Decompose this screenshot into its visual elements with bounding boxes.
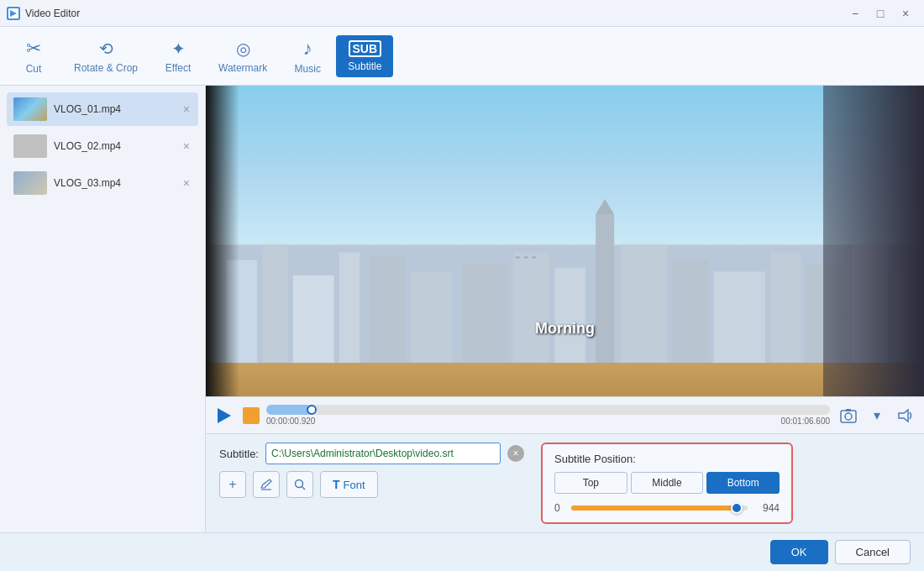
- svg-line-30: [302, 487, 306, 490]
- time-start: 00:00:00.920: [266, 416, 315, 426]
- subtitle-row: Subtitle: ×: [219, 443, 524, 464]
- sidebar: VLOG_01.mp4 × VLOG_02.mp4 × VLOG_03.mp4 …: [0, 86, 206, 532]
- curtain-right: [823, 86, 924, 396]
- controls-bar: 00:00:00.920 00:01:06.600 ▾: [206, 396, 924, 433]
- stop-button[interactable]: [243, 407, 260, 424]
- svg-rect-11: [462, 264, 508, 367]
- slider-max-label: 944: [754, 502, 780, 514]
- svg-rect-24: [841, 411, 856, 422]
- font-label: Font: [344, 479, 365, 491]
- timeline-container: 00:00:00.920 00:01:06.600: [266, 405, 830, 426]
- svg-rect-12: [411, 271, 452, 367]
- timeline-progress: [266, 405, 312, 415]
- sidebar-item-vlog01[interactable]: VLOG_01.mp4 ×: [7, 92, 198, 126]
- cancel-button[interactable]: Cancel: [835, 540, 911, 564]
- svg-rect-10: [554, 268, 585, 367]
- toolbar-watermark[interactable]: ◎ Watermark: [207, 34, 279, 79]
- slider-thumb[interactable]: [731, 502, 743, 514]
- position-panel: Subtitle Position: Top Middle Bottom 0 9…: [541, 443, 793, 524]
- filename-vlog03: VLOG_03.mp4: [54, 177, 175, 189]
- timeline-track[interactable]: [266, 405, 830, 415]
- position-bottom-button[interactable]: Bottom: [706, 472, 780, 494]
- rotate-icon: ⟲: [99, 39, 113, 59]
- toolbar-rotate-crop[interactable]: ⟲ Rotate & Crop: [62, 34, 150, 79]
- subtitle-section: Subtitle: × + T Fo: [219, 443, 524, 498]
- sidebar-item-vlog02[interactable]: VLOG_02.mp4 ×: [7, 129, 198, 163]
- svg-rect-9: [513, 253, 549, 367]
- video-canvas: Morning: [206, 86, 924, 396]
- right-controls: ▾: [837, 404, 917, 427]
- bottom-panel: Subtitle: × + T Fo: [206, 433, 924, 532]
- font-button[interactable]: T Font: [320, 471, 378, 498]
- video-subtitle-overlay: Morning: [535, 320, 595, 338]
- position-top-button[interactable]: Top: [554, 472, 627, 494]
- window-controls: − □ ×: [843, 4, 917, 23]
- svg-point-29: [296, 480, 303, 488]
- subtitle-label: Subtitle:: [219, 448, 259, 460]
- minimize-button[interactable]: −: [843, 4, 867, 23]
- svg-point-25: [845, 413, 852, 420]
- app-icon: [7, 7, 20, 20]
- settings-button[interactable]: ▾: [865, 404, 889, 427]
- svg-rect-14: [622, 245, 668, 367]
- svg-rect-26: [846, 409, 851, 411]
- edit-subtitle-button[interactable]: [253, 471, 280, 498]
- main-container: ✂ Cut ⟲ Rotate & Crop ✦ Effect ◎ Waterma…: [0, 27, 924, 571]
- toolbar-watermark-label: Watermark: [218, 62, 267, 74]
- close-vlog02[interactable]: ×: [181, 138, 192, 155]
- position-buttons: Top Middle Bottom: [554, 472, 780, 494]
- volume-button[interactable]: [894, 404, 917, 427]
- ground: [206, 363, 924, 396]
- snapshot-button[interactable]: [837, 404, 860, 427]
- toolbar: ✂ Cut ⟲ Rotate & Crop ✦ Effect ◎ Waterma…: [0, 27, 924, 86]
- close-vlog01[interactable]: ×: [181, 101, 192, 118]
- city-silhouette: [206, 199, 924, 367]
- music-icon: ♪: [303, 38, 312, 60]
- toolbar-cut[interactable]: ✂ Cut: [8, 33, 59, 80]
- cut-icon: ✂: [26, 38, 41, 60]
- svg-rect-6: [339, 253, 360, 367]
- add-subtitle-button[interactable]: +: [219, 471, 246, 498]
- ok-button[interactable]: OK: [770, 540, 828, 564]
- clear-subtitle-button[interactable]: ×: [507, 445, 524, 462]
- filename-vlog02: VLOG_02.mp4: [54, 140, 175, 152]
- content-area: VLOG_01.mp4 × VLOG_02.mp4 × VLOG_03.mp4 …: [0, 86, 924, 532]
- svg-marker-27: [899, 410, 908, 422]
- position-middle-button[interactable]: Middle: [631, 472, 704, 494]
- svg-rect-15: [673, 260, 709, 367]
- play-button[interactable]: [213, 404, 236, 427]
- play-icon: [218, 408, 231, 423]
- toolbar-rotate-label: Rotate & Crop: [74, 62, 138, 74]
- timeline-thumb[interactable]: [307, 405, 317, 415]
- subtitle-input[interactable]: [265, 443, 501, 464]
- position-title: Subtitle Position:: [554, 453, 780, 465]
- sidebar-item-vlog03[interactable]: VLOG_03.mp4 ×: [7, 166, 198, 200]
- watermark-icon: ◎: [236, 39, 250, 59]
- time-end: 00:01:06.600: [781, 416, 830, 426]
- toolbar-effect-label: Effect: [165, 62, 191, 74]
- effect-icon: ✦: [171, 39, 186, 59]
- svg-rect-7: [596, 214, 614, 367]
- title-bar-left: Video Editor: [7, 7, 80, 20]
- video-display: Morning: [206, 86, 924, 396]
- toolbar-music-label: Music: [295, 63, 321, 75]
- close-button[interactable]: ×: [894, 4, 917, 23]
- slider-fill: [571, 506, 737, 511]
- close-vlog03[interactable]: ×: [181, 175, 192, 191]
- maximize-button[interactable]: □: [869, 4, 892, 23]
- thumb-vlog03: [13, 171, 47, 195]
- svg-marker-8: [596, 199, 614, 214]
- svg-rect-13: [370, 256, 406, 367]
- toolbar-effect[interactable]: ✦ Effect: [153, 34, 203, 79]
- svg-rect-22: [524, 256, 528, 259]
- app-title: Video Editor: [25, 8, 80, 19]
- svg-rect-17: [770, 253, 801, 367]
- search-subtitle-button[interactable]: [286, 471, 313, 498]
- toolbar-subtitle[interactable]: SUB Subtitle: [336, 35, 393, 77]
- time-labels: 00:00:00.920 00:01:06.600: [266, 416, 830, 426]
- toolbar-music[interactable]: ♪ Music: [282, 33, 333, 80]
- slider-row: 0 944: [554, 502, 780, 514]
- subtitle-icon: SUB: [349, 40, 382, 57]
- position-slider[interactable]: [571, 506, 748, 511]
- thumb-vlog01: [13, 97, 47, 121]
